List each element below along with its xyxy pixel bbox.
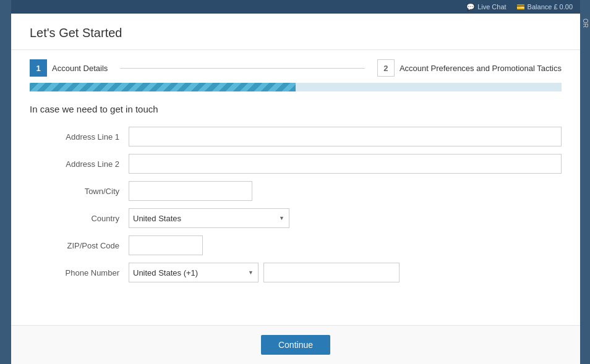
continue-button[interactable]: Continue [261, 335, 330, 355]
live-chat-item[interactable]: 💬 Live Chat [466, 3, 506, 11]
address-line1-row: Address Line 1 [30, 127, 562, 146]
step-separator [120, 68, 365, 69]
balance-label: Balance £ 0.00 [528, 3, 573, 11]
address-line1-field [129, 127, 562, 146]
top-bar: 💬 Live Chat 💳 Balance £ 0.00 [11, 0, 580, 14]
modal-body: In case we need to get in touch Address … [11, 91, 580, 325]
step-2-number: 2 [377, 59, 395, 77]
country-field: United States Canada United Kingdom Aust… [129, 208, 562, 228]
country-select-wrapper: United States Canada United Kingdom Aust… [129, 208, 289, 228]
phone-field: United States (+1) Canada (+1) United Ki… [129, 263, 562, 282]
step-2: 2 Account Preferences and Promotional Ta… [377, 59, 562, 77]
progress-bar-fill [30, 83, 296, 91]
town-city-input[interactable] [129, 181, 252, 201]
town-city-field [129, 181, 562, 201]
modal-container: Let's Get Started 1 Account Details 2 Ac… [11, 14, 580, 364]
step-1-number: 1 [30, 59, 47, 77]
live-chat-label: Live Chat [477, 3, 506, 11]
zip-row: ZIP/Post Code [30, 235, 562, 255]
phone-row: Phone Number United States (+1) Canada (… [30, 263, 562, 282]
modal-title: Let's Get Started [30, 26, 562, 40]
zip-input[interactable] [129, 235, 203, 255]
address-line2-field [129, 154, 562, 174]
address-line2-label: Address Line 2 [30, 159, 129, 169]
step-1: 1 Account Details [30, 59, 108, 77]
town-city-label: Town/City [30, 187, 129, 196]
modal-overlay: 💬 Live Chat 💳 Balance £ 0.00 Let's Get S… [11, 0, 580, 364]
modal-header: Let's Get Started [11, 14, 580, 50]
phone-country-select[interactable]: United States (+1) Canada (+1) United Ki… [129, 263, 259, 282]
right-panel-text: OR [582, 19, 589, 28]
phone-number-input[interactable] [263, 263, 400, 282]
phone-row-inner: United States (+1) Canada (+1) United Ki… [129, 263, 562, 282]
phone-label: Phone Number [30, 268, 129, 277]
zip-field [129, 235, 562, 255]
modal-footer: Continue [11, 325, 580, 364]
country-row: Country United States Canada United King… [30, 208, 562, 228]
step-1-label: Account Details [52, 64, 108, 73]
zip-label: ZIP/Post Code [30, 241, 129, 250]
country-select[interactable]: United States Canada United Kingdom Aust… [129, 208, 289, 228]
wallet-icon: 💳 [516, 3, 525, 11]
country-label: Country [30, 214, 129, 223]
address-line1-label: Address Line 1 [30, 132, 129, 142]
section-title: In case we need to get in touch [30, 104, 562, 114]
address-line1-input[interactable] [129, 127, 562, 146]
sidebar-left [0, 0, 11, 364]
steps-container: 1 Account Details 2 Account Preferences … [11, 50, 580, 77]
address-line2-input[interactable] [129, 154, 562, 174]
town-city-row: Town/City [30, 181, 562, 201]
step-2-label: Account Preferences and Promotional Tact… [400, 64, 562, 73]
phone-country-select-wrapper: United States (+1) Canada (+1) United Ki… [129, 263, 259, 282]
progress-bar-container [30, 83, 562, 91]
balance-item: 💳 Balance £ 0.00 [516, 3, 573, 11]
chat-icon: 💬 [466, 3, 475, 11]
right-panel: OR [580, 0, 590, 364]
address-line2-row: Address Line 2 [30, 154, 562, 174]
